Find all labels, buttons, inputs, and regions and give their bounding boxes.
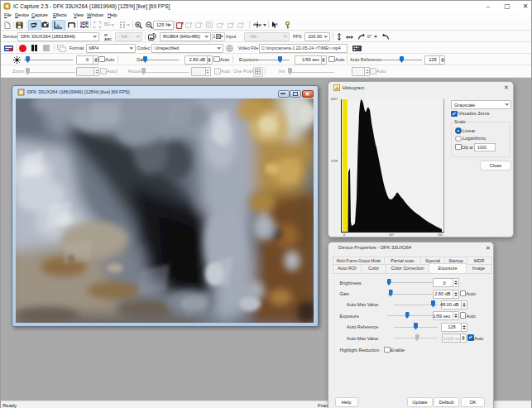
svg-text:VDR: VDR: [80, 22, 89, 26]
svg-text:ABC: ABC: [104, 36, 113, 40]
svg-text:?: ?: [276, 22, 278, 27]
